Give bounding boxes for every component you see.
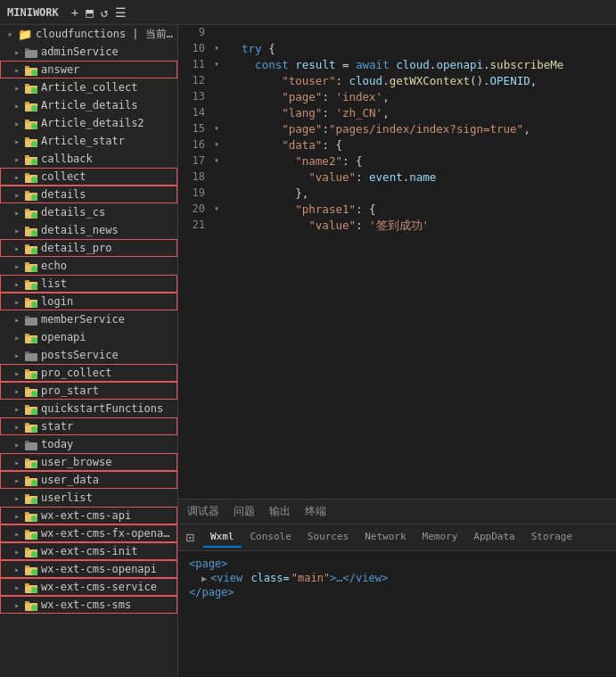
- debug-line-view: ▶ <view class="main">…</view>: [189, 571, 605, 585]
- sidebar-item-wx-ext-cms-init[interactable]: wx-ext-cms-init: [0, 542, 177, 560]
- svg-rect-87: [25, 583, 29, 586]
- sidebar-item-answer[interactable]: answer: [0, 61, 177, 78]
- svg-point-31: [31, 230, 37, 236]
- sidebar-item-list[interactable]: list: [0, 275, 177, 293]
- sidebar-item-wx-ext-cms-api[interactable]: wx-ext-cms-api: [0, 507, 177, 524]
- sidebar-item-details_cs[interactable]: details_cs: [0, 203, 177, 221]
- svg-rect-81: [25, 548, 29, 550]
- folder-icon-Article_details2: [25, 117, 37, 130]
- chevron-details: [14, 190, 25, 200]
- sidebar-item-Article_details[interactable]: Article_details: [0, 96, 177, 114]
- tab-memory[interactable]: Memory: [415, 527, 465, 548]
- chevron-pro_start: [14, 386, 25, 396]
- svg-rect-72: [25, 494, 29, 497]
- svg-point-53: [31, 373, 37, 379]
- chevron-wx-ext-cms-sms: [14, 600, 25, 610]
- svg-rect-30: [25, 227, 29, 229]
- line-arrow-21: [214, 218, 228, 219]
- line-num-12: 12: [178, 73, 214, 87]
- svg-point-79: [31, 533, 37, 540]
- sidebar-item-wx-ext-cms-sms[interactable]: wx-ext-cms-sms: [0, 596, 177, 614]
- folder-icon-wx-ext-cms-service: [25, 581, 37, 594]
- xml-open-page: <page>: [189, 557, 227, 570]
- sidebar-item-postsService[interactable]: postsService: [0, 346, 177, 364]
- svg-rect-66: [25, 458, 29, 461]
- label-wx-ext-cms-service: wx-ext-cms-service: [41, 581, 157, 593]
- root-label: cloudfunctions | 当前...: [36, 27, 174, 42]
- chevron-user_data: [14, 475, 25, 485]
- chevron-login: [14, 297, 25, 307]
- svg-rect-15: [25, 137, 29, 140]
- sidebar-item-pro_start[interactable]: pro_start: [0, 382, 177, 400]
- folder-icon-user_data: [25, 474, 37, 487]
- tab-appdata[interactable]: AppData: [466, 527, 522, 548]
- device-toggle-icon[interactable]: ⊡: [180, 528, 200, 548]
- chevron-answer: [14, 65, 25, 75]
- main-layout: 📁 cloudfunctions | 当前... adminService an…: [0, 25, 616, 677]
- sidebar-item-wx-ext-cms-openapi[interactable]: wx-ext-cms-openapi: [0, 560, 177, 578]
- chevron-wx-ext-cms-init: [14, 547, 25, 557]
- tab-sources[interactable]: Sources: [300, 527, 356, 548]
- add-icon[interactable]: +: [71, 5, 78, 20]
- xml-close-page: </page>: [189, 586, 234, 599]
- sidebar-item-details_pro[interactable]: details_pro: [0, 239, 177, 257]
- label-wx-ext-cms-openapi: wx-ext-cms-openapi: [41, 563, 157, 575]
- sidebar-item-wx-ext-cms-fx-openapi[interactable]: wx-ext-cms-fx-openapi: [0, 524, 177, 542]
- menu-icon[interactable]: ☰: [115, 5, 127, 20]
- split-icon[interactable]: ⬒: [86, 5, 93, 20]
- svg-rect-52: [25, 369, 29, 372]
- tab-issues[interactable]: 问题: [232, 504, 257, 519]
- svg-point-7: [31, 87, 37, 94]
- line-content-17: "name2": {: [228, 153, 616, 169]
- tab-console[interactable]: Console: [243, 527, 299, 548]
- sidebar-item-pro_collect[interactable]: pro_collect: [0, 364, 177, 382]
- svg-point-13: [31, 123, 37, 129]
- chevron-Article_statr: [14, 136, 25, 146]
- code-editor[interactable]: 9 10 ▾ try { 11 ▾ const result = await c…: [178, 25, 616, 499]
- refresh-icon[interactable]: ↺: [101, 5, 108, 20]
- collapse-arrow[interactable]: ▶: [201, 574, 207, 583]
- tab-wxml[interactable]: Wxml: [203, 527, 242, 548]
- top-bar-actions: + ⬒ ↺ ☰: [71, 5, 127, 20]
- label-quickstartFunctions: quickstartFunctions: [41, 402, 163, 415]
- chevron-echo: [14, 261, 25, 271]
- sidebar-item-echo[interactable]: echo: [0, 257, 177, 275]
- tab-debugger[interactable]: 调试器: [185, 504, 221, 519]
- svg-rect-3: [25, 66, 29, 69]
- line-content-15: "page":"pages/index/index?sign=true",: [228, 121, 616, 136]
- debug-line-page-open: <page>: [189, 557, 605, 571]
- svg-point-85: [31, 569, 37, 575]
- tab-network[interactable]: Network: [357, 527, 413, 548]
- sidebar-item-user_browse[interactable]: user_browse: [0, 453, 177, 471]
- svg-rect-36: [25, 262, 29, 265]
- label-echo: echo: [41, 260, 67, 272]
- sidebar-item-userlist[interactable]: userlist: [0, 489, 177, 507]
- svg-rect-1: [25, 48, 29, 51]
- tab-output[interactable]: 输出: [267, 504, 292, 519]
- sidebar-item-Article_collect[interactable]: Article_collect: [0, 78, 177, 96]
- sidebar-item-wx-ext-cms-service[interactable]: wx-ext-cms-service: [0, 578, 177, 596]
- sidebar-item-Article_statr[interactable]: Article_statr: [0, 132, 177, 150]
- sidebar-item-login[interactable]: login: [0, 293, 177, 310]
- sidebar-item-openapi[interactable]: openapi: [0, 328, 177, 346]
- sidebar-item-user_data[interactable]: user_data: [0, 471, 177, 489]
- sidebar-item-quickstartFunctions[interactable]: quickstartFunctions: [0, 400, 177, 417]
- sidebar-item-adminService[interactable]: adminService: [0, 43, 177, 61]
- sidebar-item-collect[interactable]: collect: [0, 168, 177, 186]
- folder-icon-memberService: [25, 313, 37, 326]
- tab-storage[interactable]: Storage: [524, 527, 579, 548]
- line-num-9: 9: [178, 25, 214, 38]
- sidebar-item-memberService[interactable]: memberService: [0, 310, 177, 328]
- sidebar-item-Article_details2[interactable]: Article_details2: [0, 114, 177, 132]
- sidebar-item-callback[interactable]: callback: [0, 150, 177, 168]
- line-arrow-12: [214, 73, 228, 75]
- tab-terminal[interactable]: 终端: [303, 504, 328, 519]
- sidebar-root[interactable]: 📁 cloudfunctions | 当前...: [0, 25, 177, 43]
- chevron-wx-ext-cms-api: [14, 511, 25, 521]
- sidebar-item-today[interactable]: today: [0, 435, 177, 453]
- sidebar-item-statr[interactable]: statr: [0, 417, 177, 435]
- sidebar-item-details[interactable]: details: [0, 186, 177, 203]
- line-arrow-9: [214, 25, 228, 27]
- sidebar-item-details_news[interactable]: details_news: [0, 221, 177, 239]
- label-Article_statr: Article_statr: [41, 135, 125, 147]
